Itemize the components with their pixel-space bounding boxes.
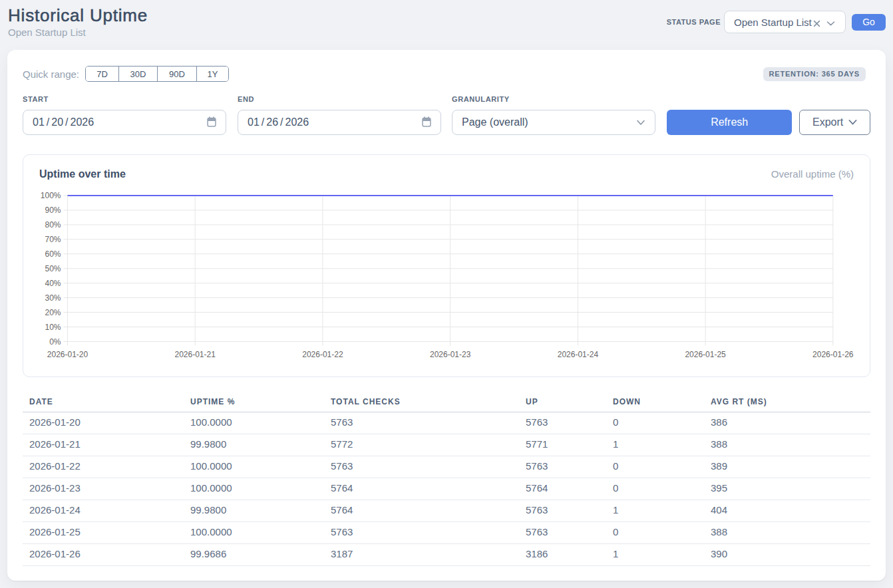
svg-text:90%: 90% — [45, 206, 61, 215]
svg-text:30%: 30% — [45, 293, 61, 303]
svg-text:80%: 80% — [45, 220, 61, 229]
svg-text:50%: 50% — [45, 264, 61, 273]
svg-text:2026-01-23: 2026-01-23 — [430, 350, 471, 359]
svg-text:2026-01-26: 2026-01-26 — [812, 350, 854, 359]
svg-text:0%: 0% — [49, 337, 61, 347]
svg-text:2026-01-22: 2026-01-22 — [302, 350, 343, 359]
svg-text:60%: 60% — [45, 249, 61, 259]
svg-text:2026-01-20: 2026-01-20 — [47, 350, 89, 359]
svg-text:10%: 10% — [45, 323, 61, 332]
svg-text:100%: 100% — [41, 191, 61, 200]
svg-text:70%: 70% — [45, 235, 61, 244]
svg-text:2026-01-21: 2026-01-21 — [175, 350, 216, 359]
svg-text:20%: 20% — [45, 308, 61, 317]
svg-text:2026-01-25: 2026-01-25 — [685, 350, 726, 359]
svg-text:2026-01-24: 2026-01-24 — [558, 350, 599, 359]
svg-text:40%: 40% — [45, 279, 61, 288]
